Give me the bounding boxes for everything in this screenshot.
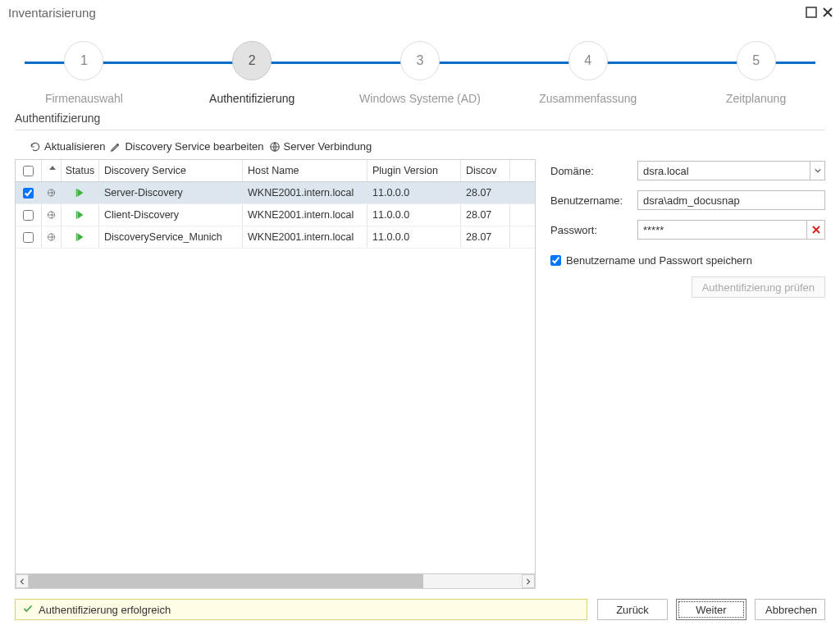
globe-icon <box>42 182 62 203</box>
edit-ds-button[interactable]: Discovery Service bearbeiten <box>110 140 263 153</box>
user-label: Benutzername: <box>550 194 631 207</box>
back-button[interactable]: Zurück <box>597 599 668 620</box>
step-3-label: Windows Systeme (AD) <box>359 92 481 105</box>
step-5-circle: 5 <box>737 41 776 80</box>
pencil-icon <box>110 141 121 153</box>
grid-header-row: Status Discovery Service Host Name Plugi… <box>16 160 535 182</box>
window-title: Inventarisierung <box>8 6 801 20</box>
refresh-label: Aktualisieren <box>44 140 105 153</box>
grid-header-host[interactable]: Host Name <box>243 160 368 181</box>
scroll-right-icon[interactable] <box>522 574 535 588</box>
play-icon <box>62 226 99 248</box>
auth-check-button[interactable]: Authentifizierung prüfen <box>692 276 825 298</box>
table-row[interactable]: Server-Discovery WKNE2001.intern.local 1… <box>16 182 535 204</box>
step-2-circle: 2 <box>232 41 272 80</box>
cell-host: WKNE2001.intern.local <box>243 204 368 226</box>
select-all-checkbox[interactable] <box>23 166 34 176</box>
grid-h-scrollbar[interactable] <box>16 573 535 588</box>
titlebar: Inventarisierung <box>0 0 840 25</box>
domain-dropdown-button[interactable] <box>810 161 825 180</box>
cell-ds: Client-Discovery <box>99 204 243 226</box>
next-button[interactable]: Weiter <box>676 599 746 620</box>
step-5-label: Zeitplanung <box>726 92 786 105</box>
cell-discov: 28.07 <box>461 182 510 203</box>
step-4-label: Zusammenfassung <box>539 92 637 105</box>
grid-header-checkbox[interactable] <box>16 160 42 181</box>
user-field[interactable] <box>637 190 825 210</box>
domain-field[interactable] <box>637 161 810 180</box>
scroll-thumb[interactable] <box>29 574 423 588</box>
step-4-circle: 4 <box>568 41 608 80</box>
status-bar: Authentifizierung erfolgreich <box>15 599 587 620</box>
cell-host: WKNE2001.intern.local <box>243 226 368 248</box>
grid-header-ds[interactable]: Discovery Service <box>99 160 243 181</box>
footer-buttons: Zurück Weiter Abbrechen <box>597 599 825 620</box>
cell-plugin: 11.0.0.0 <box>368 226 461 248</box>
scroll-left-icon[interactable] <box>16 574 29 588</box>
table-row[interactable]: Client-Discovery WKNE2001.intern.local 1… <box>16 204 535 226</box>
domain-label: Domäne: <box>550 165 631 177</box>
ds-grid: Status Discovery Service Host Name Plugi… <box>15 159 536 589</box>
refresh-button[interactable]: Aktualisieren <box>30 140 105 153</box>
edit-ds-label: Discovery Service bearbeiten <box>125 140 263 153</box>
step-2[interactable]: 2 Authentifizierung <box>168 41 336 105</box>
step-3-circle: 3 <box>400 41 440 80</box>
globe-icon <box>42 226 62 248</box>
cell-plugin: 11.0.0.0 <box>368 182 461 203</box>
grid-body: Server-Discovery WKNE2001.intern.local 1… <box>16 182 535 573</box>
save-creds-label: Benutzername und Passwort speichern <box>566 254 752 267</box>
svg-rect-0 <box>806 7 816 17</box>
step-1-label: Firmenauswahl <box>45 92 123 105</box>
server-conn-label: Server Verbindung <box>284 140 372 153</box>
step-2-label: Authentifizierung <box>209 92 294 105</box>
globe-gear-icon <box>269 141 281 153</box>
step-4[interactable]: 4 Zusammenfassung <box>504 41 672 105</box>
row-checkbox[interactable] <box>23 210 34 221</box>
clear-password-button[interactable] <box>807 220 825 240</box>
grid-header-discov[interactable]: Discov <box>461 160 510 181</box>
status-message: Authentifizierung erfolgreich <box>39 604 171 616</box>
table-row[interactable]: DiscoveryService_Munich WKNE2001.intern.… <box>16 226 535 249</box>
check-icon <box>22 603 34 617</box>
cell-discov: 28.07 <box>461 204 510 226</box>
play-icon <box>62 204 99 226</box>
grid-header-status[interactable]: Status <box>62 160 99 181</box>
play-icon <box>62 182 99 203</box>
pass-label: Passwort: <box>550 224 631 236</box>
step-1-circle: 1 <box>64 41 103 80</box>
step-5[interactable]: 5 Zeitplanung <box>672 41 840 105</box>
cancel-button[interactable]: Abbrechen <box>755 599 825 620</box>
cell-ds: Server-Discovery <box>99 182 243 203</box>
refresh-icon <box>30 141 41 153</box>
grid-toolbar: Aktualisieren Discovery Service bearbeit… <box>15 135 825 159</box>
row-checkbox[interactable] <box>23 188 34 199</box>
password-field[interactable] <box>637 220 807 240</box>
step-1[interactable]: 1 Firmenauswahl <box>0 41 168 105</box>
row-checkbox[interactable] <box>23 232 34 243</box>
cell-discov: 28.07 <box>461 226 510 248</box>
step-3[interactable]: 3 Windows Systeme (AD) <box>336 41 504 105</box>
globe-icon <box>42 204 62 226</box>
grid-header-icon[interactable] <box>42 160 62 181</box>
cell-plugin: 11.0.0.0 <box>368 204 461 226</box>
auth-form: Domäne: Benutzername: Passwort: <box>550 159 825 589</box>
cell-ds: DiscoveryService_Munich <box>99 226 243 248</box>
server-conn-button[interactable]: Server Verbindung <box>269 140 372 153</box>
cell-host: WKNE2001.intern.local <box>243 182 368 203</box>
scroll-track[interactable] <box>29 574 522 588</box>
section-title: Authentifizierung <box>15 107 825 130</box>
save-creds-checkbox[interactable] <box>550 255 561 266</box>
wizard-stepper: 1 Firmenauswahl 2 Authentifizierung 3 Wi… <box>0 25 840 107</box>
close-icon[interactable] <box>822 7 833 18</box>
grid-header-plugin[interactable]: Plugin Version <box>368 160 461 181</box>
maximize-icon[interactable] <box>806 7 817 18</box>
